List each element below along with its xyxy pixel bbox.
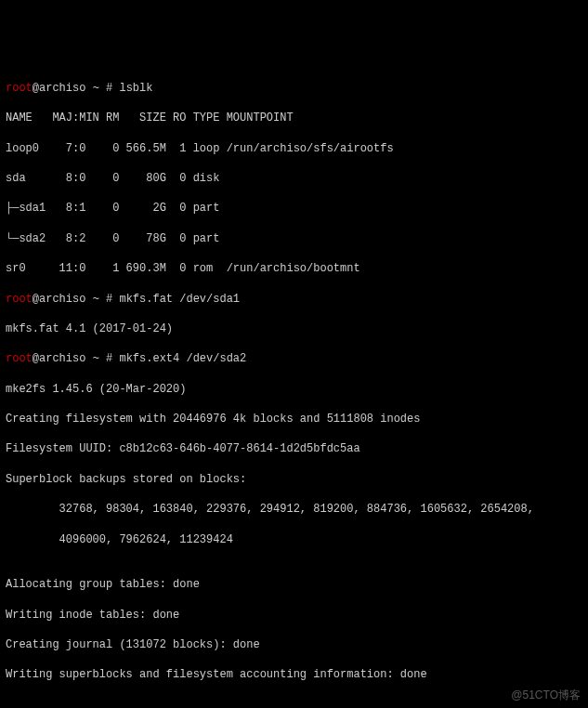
cmd: mkfs.ext4 /dev/sda2 xyxy=(119,352,246,365)
lsblk-row: ├─sda1 8:1 0 2G 0 part xyxy=(6,201,582,216)
lsblk-row: └─sda2 8:2 0 78G 0 part xyxy=(6,231,582,246)
output-line: Writing superblocks and filesystem accou… xyxy=(6,667,582,682)
terminal-output: root@archiso ~ # lsblk NAME MAJ:MIN RM S… xyxy=(6,66,582,708)
lsblk-header: NAME MAJ:MIN RM SIZE RO TYPE MOUNTPOINT xyxy=(6,111,582,125)
cmd: mkfs.fat /dev/sda1 xyxy=(119,293,240,306)
user: root xyxy=(6,352,33,365)
output-line: Creating journal (131072 blocks): done xyxy=(6,637,582,652)
user: root xyxy=(6,293,33,306)
output-line: Filesystem UUID: c8b12c63-646b-4077-8614… xyxy=(6,441,582,456)
output-line: Creating filesystem with 20446976 4k blo… xyxy=(6,412,582,426)
output-line: 32768, 98304, 163840, 229376, 294912, 81… xyxy=(6,502,582,517)
output-line: 4096000, 7962624, 11239424 xyxy=(6,532,582,547)
output-line: Allocating group tables: done xyxy=(6,577,582,592)
prompt-line[interactable]: root@archiso ~ # mkfs.ext4 /dev/sda2 xyxy=(6,351,582,366)
output-line: mkfs.fat 4.1 (2017-01-24) xyxy=(6,321,582,336)
output-line: mke2fs 1.45.6 (20-Mar-2020) xyxy=(6,382,582,397)
watermark: @51CTO博客 xyxy=(511,688,581,702)
prompt-line[interactable]: root@archiso ~ # lsblk xyxy=(6,81,582,96)
cmd: lsblk xyxy=(119,82,152,95)
lsblk-row: sda 8:0 0 80G 0 disk xyxy=(6,171,582,186)
user: root xyxy=(6,82,33,95)
prompt-line[interactable]: root@archiso ~ # mkfs.fat /dev/sda1 xyxy=(6,292,582,307)
lsblk-row: loop0 7:0 0 566.5M 1 loop /run/archiso/s… xyxy=(6,141,582,156)
output-line: Writing inode tables: done xyxy=(6,608,582,623)
lsblk-row: sr0 11:0 1 690.3M 0 rom /run/archiso/boo… xyxy=(6,261,582,276)
output-line: Superblock backups stored on blocks: xyxy=(6,472,582,487)
